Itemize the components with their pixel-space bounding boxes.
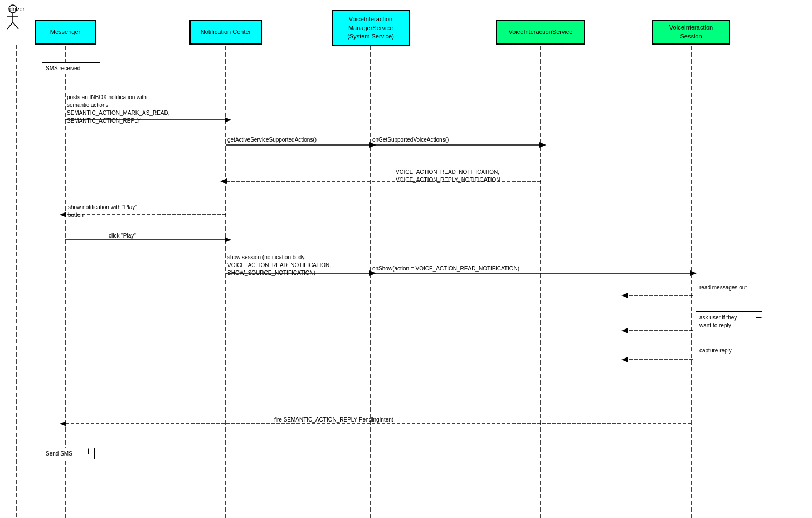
- actor-messenger: Messenger: [35, 20, 96, 45]
- svg-point-31: [9, 5, 17, 13]
- svg-line-35: [13, 22, 18, 29]
- actor-voice-manager-label: VoiceInteractionManagerService(System Se…: [347, 15, 394, 41]
- note-send-sms: Send SMS: [42, 448, 95, 459]
- note-sms-received: SMS received: [42, 62, 100, 74]
- actor-notification-center-label: Notification Center: [201, 28, 251, 36]
- label-get-active: getActiveServiceSupportedActions(): [227, 137, 317, 143]
- actor-voice-interaction-session: VoiceInteractionSession: [652, 20, 730, 45]
- label-on-get-supported: onGetSupportedVoiceActions(): [372, 137, 449, 143]
- note-read-messages: read messages out: [696, 282, 762, 293]
- note-ask-user-text: ask user if theywant to reply: [699, 314, 737, 328]
- note-capture-reply-text: capture reply: [699, 347, 732, 354]
- note-send-sms-text: Send SMS: [46, 451, 72, 457]
- note-read-messages-text: read messages out: [699, 284, 747, 291]
- label-show-notification: show notification with "Play"button: [68, 204, 137, 219]
- actor-driver: driver: [4, 4, 30, 12]
- label-click-play: click "Play": [109, 233, 136, 239]
- label-voice-actions: VOICE_ACTION_READ_NOTIFICATION,VOICE_ACT…: [396, 168, 500, 184]
- note-sms-received-text: SMS received: [46, 65, 80, 71]
- actor-notification-center: Notification Center: [189, 20, 262, 45]
- label-on-show: onShow(action = VOICE_ACTION_READ_NOTIFI…: [372, 265, 519, 272]
- svg-line-34: [7, 22, 13, 29]
- actor-voice-interaction-service: VoiceInteractionService: [496, 20, 585, 45]
- sequence-diagram: driver Messenger Notification Center Voi…: [0, 0, 812, 518]
- actor-voice-session-label: VoiceInteractionSession: [669, 23, 713, 41]
- actor-voice-manager-service: VoiceInteractionManagerService(System Se…: [332, 10, 410, 46]
- note-capture-reply: capture reply: [696, 345, 762, 356]
- label-show-session: show session (notification body,VOICE_AC…: [227, 254, 331, 277]
- note-ask-user: ask user if theywant to reply: [696, 311, 762, 332]
- label-posts-inbox: posts an INBOX notification withsemantic…: [67, 94, 170, 125]
- label-fire-semantic: fire SEMANTIC_ACTION_REPLY PendingIntent: [274, 417, 393, 423]
- actor-messenger-label: Messenger: [50, 28, 80, 36]
- actor-voice-service-label: VoiceInteractionService: [509, 28, 573, 36]
